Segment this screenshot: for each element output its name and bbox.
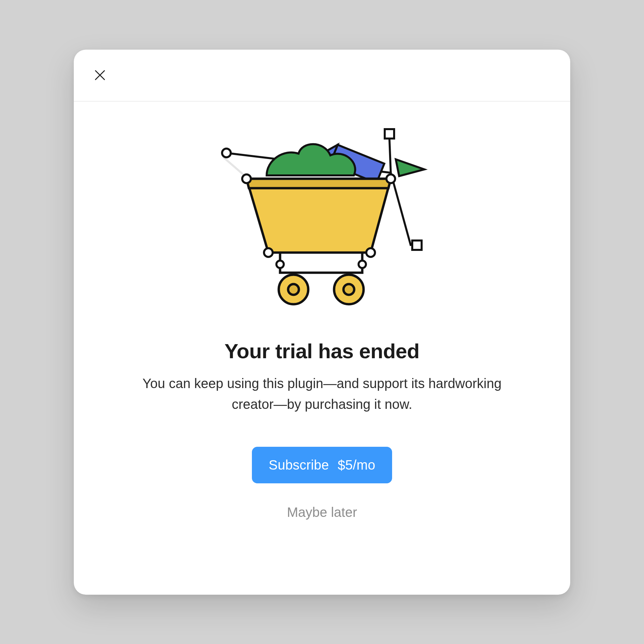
shopping-cart-icon [210,125,434,310]
illustration-container [114,115,530,330]
subscribe-button-price: $5/mo [338,458,375,473]
close-button[interactable] [93,68,107,83]
page-backdrop: Your trial has ended You can keep using … [0,0,644,644]
svg-marker-5 [396,159,424,176]
dialog-title: Your trial has ended [114,339,530,363]
dialog-actions: Subscribe $5/mo Maybe later [114,447,530,520]
subscribe-button-label: Subscribe [269,458,329,473]
trial-ended-dialog: Your trial has ended You can keep using … [74,50,570,595]
svg-marker-8 [247,179,391,188]
svg-rect-3 [412,240,422,250]
svg-rect-2 [385,129,394,139]
svg-point-13 [276,261,284,268]
svg-point-11 [366,248,375,257]
svg-point-9 [242,174,251,183]
dialog-header [74,50,570,102]
svg-point-10 [386,174,395,183]
svg-point-16 [288,284,299,295]
svg-point-4 [222,149,231,157]
subscribe-button[interactable]: Subscribe $5/mo [252,447,392,483]
svg-point-14 [359,261,366,268]
close-icon [93,68,107,83]
dialog-subtitle: You can keep using this plugin—and suppo… [141,373,503,415]
svg-point-12 [264,248,273,257]
svg-marker-7 [247,179,391,253]
dialog-content: Your trial has ended You can keep using … [74,102,570,520]
svg-point-18 [343,284,354,295]
maybe-later-link[interactable]: Maybe later [287,505,357,520]
